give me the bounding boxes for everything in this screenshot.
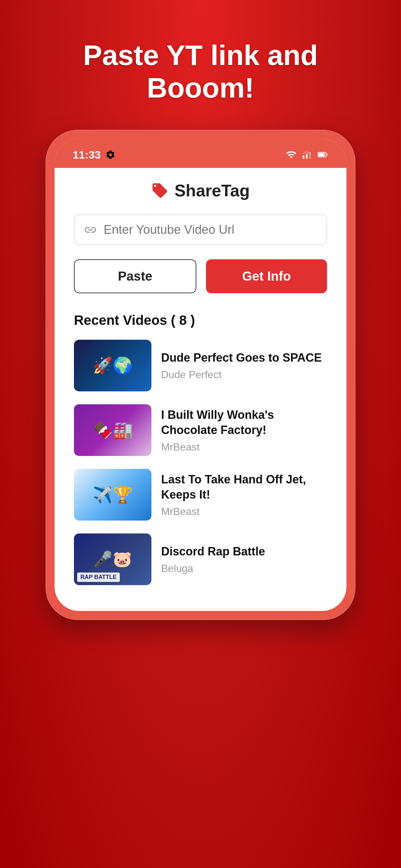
- notch: [184, 148, 217, 161]
- settings-icon: [105, 150, 116, 160]
- video-title: Discord Rap Battle: [161, 544, 327, 559]
- video-thumbnail: [74, 404, 151, 456]
- phone-shell: 11:33: [45, 130, 356, 620]
- svg-rect-1: [306, 154, 308, 159]
- link-icon: [84, 223, 97, 237]
- thumbnail-image: [74, 404, 151, 456]
- thumbnail-image: [74, 340, 151, 392]
- wifi-icon: [286, 149, 297, 160]
- signal-icon: [302, 149, 312, 160]
- video-item[interactable]: I Built Willy Wonka's Chocolate Factory!…: [74, 404, 327, 456]
- paste-button[interactable]: Paste: [74, 259, 196, 293]
- recent-videos-title: Recent Videos ( 8 ): [74, 313, 327, 328]
- url-input[interactable]: [104, 223, 317, 237]
- svg-rect-2: [309, 152, 311, 159]
- battery-icon: [317, 149, 328, 160]
- svg-rect-4: [319, 153, 325, 156]
- thumbnail-image: 🎤🐷 RAP BATTLE: [74, 533, 151, 585]
- tag-icon: [151, 182, 168, 199]
- get-info-button[interactable]: Get Info: [206, 259, 327, 293]
- video-title: Dude Perfect Goes to SPACE: [161, 350, 327, 366]
- svg-rect-0: [303, 156, 305, 159]
- status-time: 11:33: [73, 149, 101, 161]
- recent-videos-section: Recent Videos ( 8 ) Dude Perfect Goes to…: [74, 313, 327, 585]
- rap-label: RAP BATTLE: [77, 572, 120, 582]
- status-bar: 11:33: [55, 139, 346, 168]
- video-thumbnail: [74, 340, 151, 392]
- video-channel: Dude Perfect: [161, 369, 327, 381]
- button-row: Paste Get Info: [74, 259, 327, 293]
- url-input-wrapper[interactable]: [74, 214, 327, 245]
- video-item[interactable]: 🎤🐷 RAP BATTLE Discord Rap Battle Beluga: [74, 533, 327, 585]
- video-info: Last To Take Hand Off Jet, Keeps It! MrB…: [161, 472, 327, 518]
- phone-screen: 11:33: [55, 139, 346, 611]
- video-info: I Built Willy Wonka's Chocolate Factory!…: [161, 407, 327, 453]
- video-list: Dude Perfect Goes to SPACE Dude Perfect …: [74, 340, 327, 585]
- thumbnail-image: [74, 469, 151, 521]
- hero-title: Paste YT link and Booom!: [0, 39, 401, 104]
- video-item[interactable]: Dude Perfect Goes to SPACE Dude Perfect: [74, 340, 327, 392]
- video-thumbnail: [74, 469, 151, 521]
- video-info: Discord Rap Battle Beluga: [161, 544, 327, 575]
- app-content: ShareTag Paste Get Info Recent Videos ( …: [55, 168, 346, 611]
- svg-rect-5: [326, 154, 328, 156]
- video-channel: MrBeast: [161, 506, 327, 518]
- status-icons: [286, 149, 328, 160]
- app-header: ShareTag: [74, 181, 327, 200]
- video-thumbnail: 🎤🐷 RAP BATTLE: [74, 533, 151, 585]
- video-title: Last To Take Hand Off Jet, Keeps It!: [161, 472, 327, 502]
- video-channel: Beluga: [161, 562, 327, 575]
- video-info: Dude Perfect Goes to SPACE Dude Perfect: [161, 350, 327, 381]
- app-title: ShareTag: [174, 181, 250, 200]
- status-time-group: 11:33: [73, 149, 116, 161]
- video-channel: MrBeast: [161, 441, 327, 453]
- video-title: I Built Willy Wonka's Chocolate Factory!: [161, 407, 327, 438]
- video-item[interactable]: Last To Take Hand Off Jet, Keeps It! MrB…: [74, 469, 327, 521]
